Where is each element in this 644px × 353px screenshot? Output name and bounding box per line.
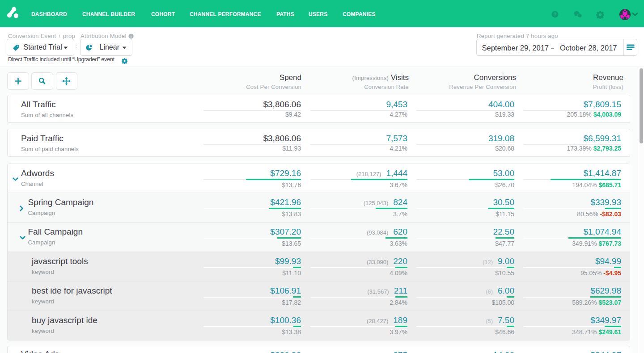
svg-text:?: ? (554, 12, 557, 17)
